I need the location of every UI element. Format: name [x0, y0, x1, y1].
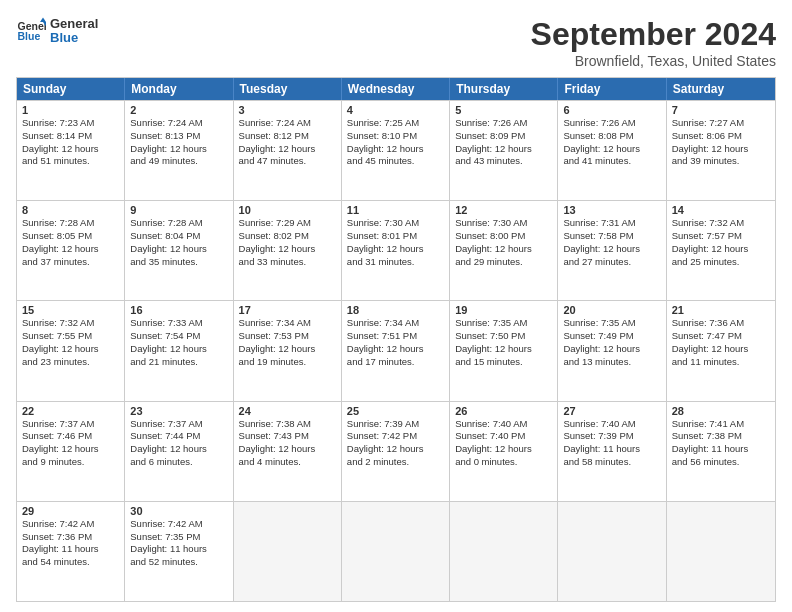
- cell-line-4: and 27 minutes.: [563, 256, 660, 269]
- cell-line-4: and 35 minutes.: [130, 256, 227, 269]
- cell-line-4: and 54 minutes.: [22, 556, 119, 569]
- cell-line-2: Sunset: 8:04 PM: [130, 230, 227, 243]
- cell-line-3: Daylight: 12 hours: [239, 143, 336, 156]
- cell-line-1: Sunrise: 7:37 AM: [130, 418, 227, 431]
- day-number: 23: [130, 405, 227, 417]
- day-number: 3: [239, 104, 336, 116]
- logo-icon: General Blue: [16, 16, 46, 46]
- day-number: 13: [563, 204, 660, 216]
- cell-line-3: Daylight: 12 hours: [563, 243, 660, 256]
- day-number: 24: [239, 405, 336, 417]
- cell-line-4: and 49 minutes.: [130, 155, 227, 168]
- day-number: 19: [455, 304, 552, 316]
- cell-line-1: Sunrise: 7:30 AM: [347, 217, 444, 230]
- main-title: September 2024: [531, 16, 776, 53]
- cal-cell-3-5: 19Sunrise: 7:35 AMSunset: 7:50 PMDayligh…: [450, 301, 558, 400]
- cell-line-2: Sunset: 7:47 PM: [672, 330, 770, 343]
- day-number: 18: [347, 304, 444, 316]
- week-row-4: 22Sunrise: 7:37 AMSunset: 7:46 PMDayligh…: [17, 401, 775, 501]
- cal-cell-1-6: 6Sunrise: 7:26 AMSunset: 8:08 PMDaylight…: [558, 101, 666, 200]
- cal-cell-2-3: 10Sunrise: 7:29 AMSunset: 8:02 PMDayligh…: [234, 201, 342, 300]
- day-number: 5: [455, 104, 552, 116]
- cell-line-3: Daylight: 12 hours: [455, 243, 552, 256]
- day-number: 14: [672, 204, 770, 216]
- cell-line-1: Sunrise: 7:35 AM: [455, 317, 552, 330]
- cell-line-2: Sunset: 7:53 PM: [239, 330, 336, 343]
- cell-line-4: and 15 minutes.: [455, 356, 552, 369]
- cell-line-2: Sunset: 7:54 PM: [130, 330, 227, 343]
- header-saturday: Saturday: [667, 78, 775, 100]
- cell-line-4: and 13 minutes.: [563, 356, 660, 369]
- cell-line-4: and 17 minutes.: [347, 356, 444, 369]
- logo-text-blue: Blue: [50, 31, 98, 45]
- cell-line-4: and 33 minutes.: [239, 256, 336, 269]
- cell-line-1: Sunrise: 7:40 AM: [455, 418, 552, 431]
- cal-cell-4-4: 25Sunrise: 7:39 AMSunset: 7:42 PMDayligh…: [342, 402, 450, 501]
- cell-line-3: Daylight: 12 hours: [672, 343, 770, 356]
- cell-line-2: Sunset: 8:08 PM: [563, 130, 660, 143]
- cell-line-2: Sunset: 7:36 PM: [22, 531, 119, 544]
- cell-line-2: Sunset: 7:39 PM: [563, 430, 660, 443]
- cell-line-1: Sunrise: 7:25 AM: [347, 117, 444, 130]
- cell-line-2: Sunset: 7:43 PM: [239, 430, 336, 443]
- cell-line-3: Daylight: 12 hours: [130, 343, 227, 356]
- cell-line-3: Daylight: 12 hours: [22, 243, 119, 256]
- cell-line-3: Daylight: 12 hours: [347, 443, 444, 456]
- cell-line-2: Sunset: 8:09 PM: [455, 130, 552, 143]
- cell-line-1: Sunrise: 7:37 AM: [22, 418, 119, 431]
- cell-line-1: Sunrise: 7:40 AM: [563, 418, 660, 431]
- cell-line-2: Sunset: 7:38 PM: [672, 430, 770, 443]
- cell-line-4: and 52 minutes.: [130, 556, 227, 569]
- header: General Blue General Blue September 2024…: [16, 16, 776, 69]
- cell-line-1: Sunrise: 7:30 AM: [455, 217, 552, 230]
- day-number: 21: [672, 304, 770, 316]
- day-number: 7: [672, 104, 770, 116]
- cell-line-4: and 39 minutes.: [672, 155, 770, 168]
- cell-line-4: and 56 minutes.: [672, 456, 770, 469]
- logo: General Blue General Blue: [16, 16, 98, 46]
- day-number: 25: [347, 405, 444, 417]
- cal-cell-5-3: [234, 502, 342, 601]
- cell-line-3: Daylight: 12 hours: [239, 343, 336, 356]
- cell-line-3: Daylight: 11 hours: [22, 543, 119, 556]
- cal-cell-4-6: 27Sunrise: 7:40 AMSunset: 7:39 PMDayligh…: [558, 402, 666, 501]
- cell-line-3: Daylight: 12 hours: [563, 143, 660, 156]
- cal-cell-5-2: 30Sunrise: 7:42 AMSunset: 7:35 PMDayligh…: [125, 502, 233, 601]
- cal-cell-4-7: 28Sunrise: 7:41 AMSunset: 7:38 PMDayligh…: [667, 402, 775, 501]
- cell-line-4: and 41 minutes.: [563, 155, 660, 168]
- cell-line-2: Sunset: 7:46 PM: [22, 430, 119, 443]
- day-number: 15: [22, 304, 119, 316]
- cell-line-3: Daylight: 12 hours: [130, 443, 227, 456]
- cell-line-1: Sunrise: 7:27 AM: [672, 117, 770, 130]
- cell-line-1: Sunrise: 7:39 AM: [347, 418, 444, 431]
- week-row-1: 1Sunrise: 7:23 AMSunset: 8:14 PMDaylight…: [17, 100, 775, 200]
- day-number: 4: [347, 104, 444, 116]
- cell-line-3: Daylight: 12 hours: [455, 443, 552, 456]
- cell-line-1: Sunrise: 7:28 AM: [22, 217, 119, 230]
- cell-line-2: Sunset: 8:01 PM: [347, 230, 444, 243]
- cell-line-2: Sunset: 7:40 PM: [455, 430, 552, 443]
- cell-line-1: Sunrise: 7:31 AM: [563, 217, 660, 230]
- svg-text:Blue: Blue: [18, 30, 41, 42]
- cell-line-2: Sunset: 7:57 PM: [672, 230, 770, 243]
- cal-cell-2-7: 14Sunrise: 7:32 AMSunset: 7:57 PMDayligh…: [667, 201, 775, 300]
- cell-line-1: Sunrise: 7:42 AM: [130, 518, 227, 531]
- cal-cell-3-6: 20Sunrise: 7:35 AMSunset: 7:49 PMDayligh…: [558, 301, 666, 400]
- cal-cell-5-6: [558, 502, 666, 601]
- cell-line-4: and 9 minutes.: [22, 456, 119, 469]
- cell-line-2: Sunset: 7:50 PM: [455, 330, 552, 343]
- cell-line-2: Sunset: 8:06 PM: [672, 130, 770, 143]
- day-number: 10: [239, 204, 336, 216]
- cell-line-1: Sunrise: 7:28 AM: [130, 217, 227, 230]
- cell-line-1: Sunrise: 7:23 AM: [22, 117, 119, 130]
- cell-line-2: Sunset: 7:51 PM: [347, 330, 444, 343]
- cell-line-3: Daylight: 12 hours: [455, 143, 552, 156]
- header-thursday: Thursday: [450, 78, 558, 100]
- cell-line-2: Sunset: 8:00 PM: [455, 230, 552, 243]
- day-number: 2: [130, 104, 227, 116]
- calendar-body: 1Sunrise: 7:23 AMSunset: 8:14 PMDaylight…: [17, 100, 775, 601]
- cell-line-2: Sunset: 8:10 PM: [347, 130, 444, 143]
- day-number: 1: [22, 104, 119, 116]
- cal-cell-2-1: 8Sunrise: 7:28 AMSunset: 8:05 PMDaylight…: [17, 201, 125, 300]
- subtitle: Brownfield, Texas, United States: [531, 53, 776, 69]
